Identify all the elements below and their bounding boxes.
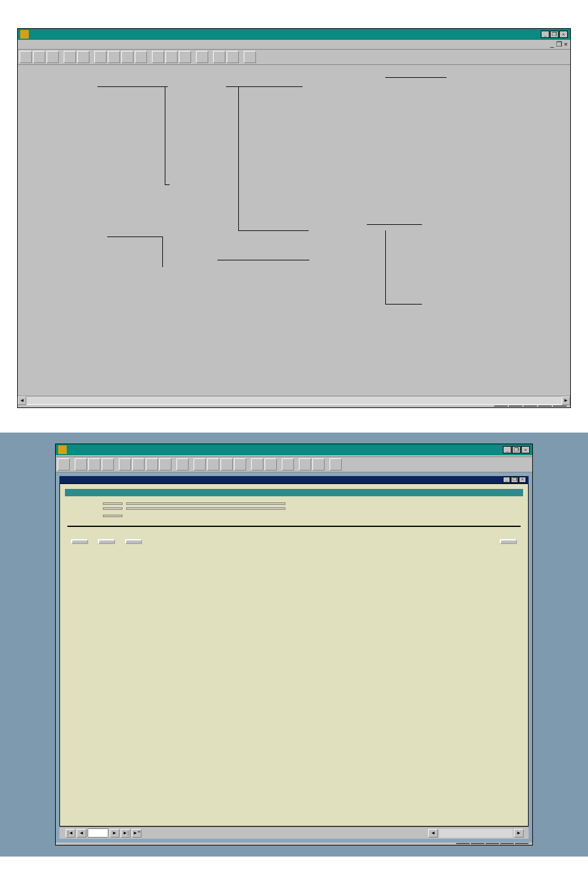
last-record-icon[interactable]: ►| [121, 829, 130, 838]
results-grid[interactable] [67, 526, 521, 527]
print-button[interactable] [98, 539, 115, 544]
toolbar-button[interactable] [94, 51, 107, 63]
access-form-window: _ ❐ × [55, 444, 533, 846]
titlebar: _ ❐ × [56, 444, 532, 455]
toolbar-button[interactable] [75, 458, 87, 471]
toolbar-button[interactable] [146, 458, 158, 471]
toolbar-button[interactable] [102, 458, 114, 471]
toolbar-button[interactable] [221, 458, 233, 471]
inner-close-icon[interactable]: × [564, 40, 568, 48]
toolbar-button[interactable] [108, 51, 120, 63]
toolbar-button[interactable] [58, 458, 70, 471]
record-number-field[interactable] [88, 828, 108, 838]
minimize-icon[interactable]: _ [541, 31, 549, 38]
toolbar-button[interactable] [159, 458, 172, 471]
relationships-canvas[interactable] [18, 65, 570, 396]
toolbar-button[interactable] [47, 51, 59, 63]
close-icon[interactable]: × [559, 31, 568, 38]
scroll-right-icon[interactable]: ► [514, 829, 524, 838]
maximize-icon[interactable]: ❐ [511, 477, 518, 483]
figure2: _ ❐ × [0, 433, 588, 857]
maximize-icon[interactable]: ❐ [550, 31, 559, 38]
toolbar [56, 457, 532, 472]
toolbar-button[interactable] [165, 51, 178, 63]
access-window: _ ❐ × _ ❐ × [17, 28, 571, 408]
toolbar-button[interactable] [77, 51, 89, 63]
toolbar-button[interactable] [207, 458, 219, 471]
toolbar-button[interactable] [121, 51, 134, 63]
inner-window-titlebar: _ ❐ × [59, 476, 529, 483]
horizontal-scrollbar[interactable]: ◄ ► [18, 396, 570, 404]
toolbar-button[interactable] [312, 458, 325, 471]
toolbar-button[interactable] [282, 458, 294, 471]
figure2-caption [0, 420, 588, 433]
sito-id-field[interactable] [103, 507, 123, 510]
minimize-icon[interactable]: _ [503, 446, 511, 453]
toolbar-button[interactable] [176, 458, 189, 471]
close-icon[interactable]: × [521, 446, 530, 453]
form-title [65, 489, 523, 496]
status-num [500, 843, 514, 844]
sito-name-field[interactable] [126, 507, 285, 510]
toolbar-button[interactable] [88, 458, 100, 471]
access-key-icon [58, 445, 67, 454]
statusbar [18, 404, 570, 407]
toolbar-button[interactable] [299, 458, 311, 471]
maximize-icon[interactable]: ❐ [512, 446, 521, 453]
toolbar-button[interactable] [330, 458, 342, 471]
scroll-left-icon[interactable]: ◄ [428, 829, 438, 838]
menubar: _ ❐ × [18, 40, 570, 50]
toolbar-button[interactable] [234, 458, 246, 471]
window-controls: _ ❐ × [541, 31, 568, 38]
first-record-icon[interactable]: |◄ [66, 829, 75, 838]
toolbar-button[interactable] [135, 51, 147, 63]
prev-record-icon[interactable]: ◄ [77, 829, 86, 838]
toolbar-button[interactable] [265, 458, 277, 471]
toolbar-button[interactable] [244, 51, 256, 63]
exit-button[interactable] [500, 539, 517, 544]
form-body [59, 483, 529, 827]
access-key-icon [20, 30, 29, 39]
toolbar [18, 50, 570, 65]
status-num [538, 406, 552, 407]
page-number [0, 0, 588, 16]
toolbar-button[interactable] [119, 458, 131, 471]
toolbar-button[interactable] [196, 51, 208, 63]
ente-name-field[interactable] [126, 502, 285, 505]
minimize-icon[interactable]: _ [503, 477, 510, 483]
toolbar-button[interactable] [152, 51, 164, 63]
figure1: _ ❐ × _ ❐ × [17, 28, 571, 408]
scroll-right-icon[interactable]: ► [562, 396, 570, 405]
toolbar-button[interactable] [213, 51, 225, 63]
titlebar: _ ❐ × [18, 29, 570, 40]
toolbar-button[interactable] [20, 51, 32, 63]
figure1-caption [0, 16, 588, 28]
scroll-left-icon[interactable]: ◄ [18, 396, 26, 405]
toolbar-button[interactable] [227, 51, 239, 63]
close-icon[interactable]: × [519, 477, 526, 483]
next-record-icon[interactable]: ► [110, 829, 119, 838]
tesi-id-field[interactable] [103, 515, 123, 517]
inner-restore-icon[interactable]: ❐ [556, 40, 562, 48]
ente-id-field[interactable] [103, 502, 123, 505]
excel-button[interactable] [125, 539, 142, 544]
new-record-icon[interactable]: ►* [132, 829, 141, 838]
toolbar-button[interactable] [33, 51, 45, 63]
inner-minimize-icon[interactable]: _ [550, 40, 554, 48]
preview-button[interactable] [71, 539, 88, 544]
toolbar-button[interactable] [251, 458, 263, 471]
statusbar [56, 842, 532, 845]
record-navigator: |◄ ◄ ► ►| ►* ◄ ► [59, 827, 529, 839]
toolbar-button[interactable] [132, 458, 145, 471]
toolbar-button[interactable] [179, 51, 191, 63]
toolbar-button[interactable] [194, 458, 206, 471]
toolbar-button[interactable] [64, 51, 76, 63]
